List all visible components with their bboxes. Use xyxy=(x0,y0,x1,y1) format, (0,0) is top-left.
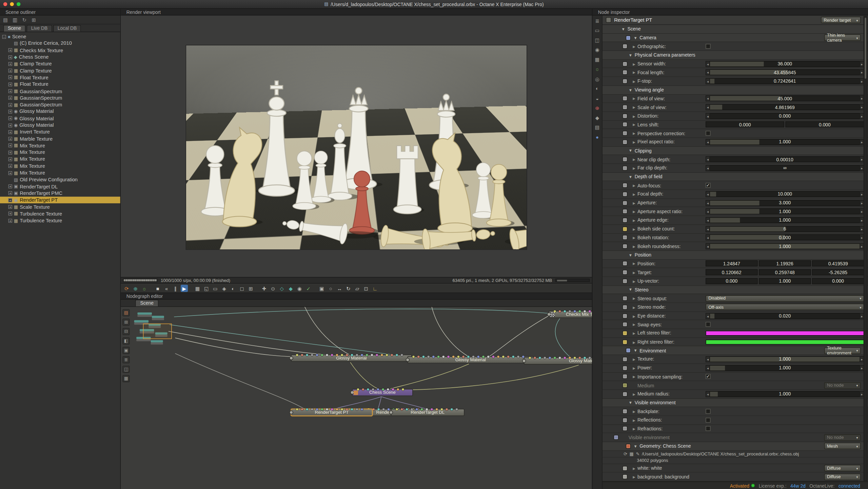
tree-expander-icon[interactable]: + xyxy=(8,62,12,66)
value-field[interactable]: 0.000 xyxy=(706,278,758,284)
node-pin[interactable] xyxy=(554,357,556,359)
node-pin[interactable] xyxy=(351,408,353,411)
node-pin[interactable] xyxy=(366,354,368,356)
ng-group-icon[interactable]: ⊞ xyxy=(122,319,130,326)
tree-item-c-enrice-cerica-2010-1[interactable]: −▤(C) Enrice Cerica, 2010 xyxy=(0,40,120,47)
tree-expander-icon[interactable]: + xyxy=(8,82,12,86)
stop-render-icon[interactable]: ■ xyxy=(154,285,161,292)
node-pin[interactable] xyxy=(331,408,333,411)
tree-expander-icon[interactable]: + xyxy=(8,69,12,73)
slider-decrement-button[interactable]: ◂ xyxy=(706,78,710,84)
daylight-icon[interactable]: ☼ xyxy=(141,285,148,292)
value-field[interactable]: 1.24847 xyxy=(706,261,758,267)
slider-track[interactable]: 0.7242641 xyxy=(710,78,860,84)
node-pin[interactable] xyxy=(326,354,328,356)
slider-track[interactable]: 1.000 xyxy=(710,365,860,371)
node-pin[interactable] xyxy=(401,408,403,411)
node-pin[interactable] xyxy=(534,357,536,359)
tree-expander-icon[interactable]: + xyxy=(8,185,12,188)
node-pin[interactable] xyxy=(584,310,586,312)
new-item-icon[interactable]: ▤ xyxy=(2,16,9,23)
node-pin[interactable] xyxy=(306,408,308,411)
nodegraph-canvas[interactable]: ▤⊞⊟◧▣≣◫▦ Checks Mix TextGlossy MaterialG… xyxy=(121,307,592,489)
node-pin[interactable] xyxy=(362,388,364,391)
expand-icon[interactable]: ▶ xyxy=(632,392,636,396)
expand-icon[interactable]: ▶ xyxy=(632,140,636,144)
medium-pane-icon[interactable]: ◎ xyxy=(594,75,601,82)
node-pin[interactable] xyxy=(356,354,358,356)
node-pin[interactable] xyxy=(569,310,571,312)
node-glossy-material-2[interactable]: Glossy Material xyxy=(408,356,534,363)
ng-paste-icon[interactable]: ▣ xyxy=(122,347,130,354)
tree-item-glossy-material-13[interactable]: +◉Glossy Material xyxy=(0,122,120,128)
node-pin[interactable] xyxy=(457,355,460,358)
node-pin[interactable] xyxy=(316,354,318,356)
collapse-icon[interactable]: ▼ xyxy=(629,401,632,405)
slider-decrement-button[interactable]: ◂ xyxy=(706,156,710,162)
render-image[interactable] xyxy=(186,45,527,249)
node-pin[interactable] xyxy=(406,408,408,411)
expand-icon[interactable]: ▶ xyxy=(632,114,636,118)
node-pin[interactable] xyxy=(574,357,576,359)
node-pin[interactable] xyxy=(412,355,415,358)
value-field[interactable]: -5.26285 xyxy=(812,269,864,276)
node-pin[interactable] xyxy=(397,388,399,391)
node-pin[interactable] xyxy=(361,354,363,356)
node-pin[interactable] xyxy=(391,354,393,356)
lock-resolution-icon[interactable]: ◻ xyxy=(238,285,245,292)
node-pin[interactable] xyxy=(382,408,385,411)
node-input-ball[interactable] xyxy=(406,358,410,362)
collapse-icon[interactable]: ▼ xyxy=(633,36,637,39)
node-pin[interactable] xyxy=(431,408,433,411)
expand-icon[interactable]: ▶ xyxy=(632,279,636,283)
tree-expander-icon[interactable]: + xyxy=(8,191,12,195)
node-input-ball[interactable] xyxy=(289,356,293,360)
outliner-tab-live-db[interactable]: Live DB xyxy=(27,25,52,32)
tree-expander-icon[interactable]: + xyxy=(8,157,12,161)
node-cluster[interactable] xyxy=(133,309,182,355)
expand-icon[interactable]: ▶ xyxy=(632,297,636,300)
save-image-icon[interactable]: ▣ xyxy=(318,285,325,292)
checkbox[interactable]: ✓ xyxy=(706,374,711,379)
node-pin[interactable] xyxy=(387,388,389,391)
expand-icon[interactable]: ▶ xyxy=(632,236,636,239)
geometry-action-icon-0[interactable]: ⟳ xyxy=(624,451,627,456)
value-field[interactable]: 0.000 xyxy=(706,122,784,128)
slider-decrement-button[interactable]: ◂ xyxy=(706,200,710,206)
color-swatch[interactable] xyxy=(706,339,864,344)
expand-icon[interactable]: ▶ xyxy=(632,227,636,231)
tree-item-glossy-material-12[interactable]: +◉Glossy Material xyxy=(0,115,120,122)
expand-icon[interactable]: ▶ xyxy=(632,427,636,430)
scale-tool-icon[interactable]: ▱ xyxy=(354,285,361,292)
node-pin[interactable] xyxy=(341,354,343,356)
node-pin[interactable] xyxy=(589,357,591,359)
node-pin[interactable] xyxy=(422,355,425,358)
slider-track[interactable]: 10.000 xyxy=(710,191,860,197)
tree-expander-icon[interactable]: + xyxy=(8,205,12,209)
node-pin[interactable] xyxy=(472,355,475,358)
slider-decrement-button[interactable]: ◂ xyxy=(706,104,710,110)
tree-item-clamp-texture-4[interactable]: +▦Clamp Texture xyxy=(0,60,120,67)
object-mode-icon[interactable]: ○ xyxy=(327,285,334,292)
collapse-icon[interactable]: ▼ xyxy=(621,27,625,31)
node-input-ball[interactable] xyxy=(389,410,393,414)
checkbox[interactable] xyxy=(706,322,711,327)
node-pin[interactable] xyxy=(372,388,374,391)
collapse-icon[interactable]: ▼ xyxy=(629,149,632,152)
node-pin[interactable] xyxy=(451,408,453,411)
node-pin[interactable] xyxy=(574,310,576,312)
object-picker-icon[interactable]: ◆ xyxy=(287,285,294,292)
expand-icon[interactable]: ▶ xyxy=(632,262,636,265)
value-field[interactable]: 0.000 xyxy=(785,122,864,128)
expand-icon[interactable]: ▶ xyxy=(632,244,636,248)
tree-item-gaussianspectrum-10[interactable]: +▦GaussianSpectrum xyxy=(0,101,120,108)
ng-ungroup-icon[interactable]: ⊟ xyxy=(122,328,130,335)
node-pin[interactable] xyxy=(306,354,308,356)
node-pin[interactable] xyxy=(502,355,505,358)
node-pin[interactable] xyxy=(396,408,398,411)
node-pin[interactable] xyxy=(437,355,440,358)
tree-expander-icon[interactable]: + xyxy=(8,55,12,59)
tree-expander-icon[interactable]: + xyxy=(8,137,12,141)
node-pin[interactable] xyxy=(388,408,390,411)
node-pin[interactable] xyxy=(517,355,519,358)
